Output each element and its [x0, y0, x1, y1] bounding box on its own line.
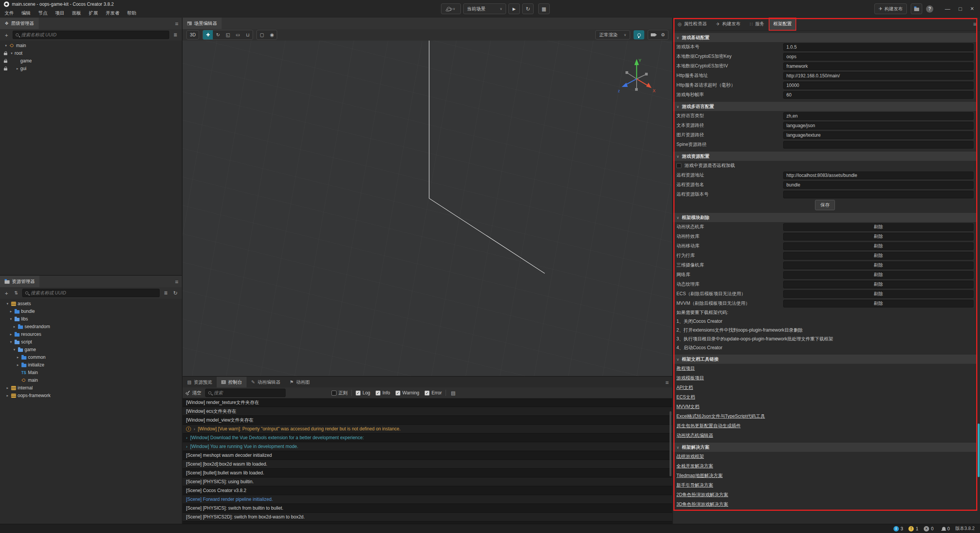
gear-icon[interactable]: ⚙	[658, 30, 668, 39]
menu-item-1[interactable]: 编辑	[18, 10, 34, 16]
field-input[interactable]	[783, 131, 973, 139]
log-row[interactable]: [Scene] [bullet]:bullet wasm lib loaded.	[183, 469, 672, 477]
assets-search-input[interactable]	[31, 290, 157, 296]
menu-item-5[interactable]: 扩展	[85, 10, 102, 16]
scale-tool-icon[interactable]: ◱	[223, 30, 233, 39]
play-button[interactable]: ▶	[508, 3, 520, 14]
inspector-scrollbar[interactable]	[978, 423, 980, 477]
orientation-gizmo[interactable]: Y X z	[616, 56, 658, 98]
doc-link[interactable]: 游戏模板项目	[676, 375, 704, 381]
help-button[interactable]: ?	[926, 5, 933, 13]
transform-tool-icon[interactable]: ⊔	[243, 30, 253, 39]
doc-link[interactable]: 3D角色扮演游戏解决方案	[676, 501, 728, 508]
console-search[interactable]	[205, 389, 286, 397]
save-button[interactable]: 保存	[815, 200, 835, 210]
tree-chevron-icon[interactable]: ▾	[11, 348, 17, 352]
filter-warning-checkbox[interactable]: ✓Warning	[395, 390, 419, 396]
camera-icon[interactable]	[648, 30, 658, 39]
section-header[interactable]: ∨框架文档工具链接	[673, 355, 977, 364]
log-row[interactable]: [Scene] [PHYSICS]: switch from builtin t…	[183, 504, 672, 513]
section-header[interactable]: ∨框架解决方案	[673, 443, 977, 452]
doc-link[interactable]: Excel格式转Json文件与TypeScript代码工具	[676, 413, 765, 420]
doc-link[interactable]: 原生包热更新配置自动生成插件	[676, 423, 741, 429]
scene-select-dropdown[interactable]: 当前场景 ∨	[463, 3, 506, 14]
hierarchy-node[interactable]: ▾main	[0, 42, 182, 49]
remove-module-button[interactable]: 剔除	[783, 290, 973, 298]
hierarchy-node[interactable]: ▸gui	[0, 65, 182, 72]
remove-module-button[interactable]: 剔除	[783, 223, 973, 231]
field-input[interactable]	[783, 62, 973, 70]
field-input[interactable]	[783, 53, 973, 60]
field-input[interactable]	[783, 82, 973, 89]
remove-module-button[interactable]: 剔除	[783, 242, 973, 250]
panel-menu-icon[interactable]: ≡	[665, 379, 669, 386]
log-row[interactable]: [Scene] Cocos Creator v3.8.2	[183, 486, 672, 495]
notification-badge[interactable]: 0	[942, 526, 950, 531]
asset-node[interactable]: ▾assets	[0, 300, 182, 307]
tree-chevron-icon[interactable]: ▸	[15, 355, 21, 359]
doc-link[interactable]: ECS文档	[676, 394, 695, 401]
warning-count-badge[interactable]: ! 1	[908, 526, 918, 531]
tree-chevron-icon[interactable]: ▾	[5, 302, 10, 306]
tree-chevron-icon[interactable]: ▸	[8, 332, 14, 336]
filter-info-checkbox[interactable]: ✓Info	[376, 390, 390, 396]
sort-icon[interactable]: ⇅	[13, 290, 20, 296]
build-publish-button[interactable]: ✈ 构建发布	[874, 3, 907, 14]
hierarchy-node[interactable]: game	[0, 57, 182, 65]
platform-select-button[interactable]: ∨	[441, 3, 461, 14]
remove-module-button[interactable]: 剔除	[783, 271, 973, 279]
log-row[interactable]: [Window] ecs文件夹存在	[183, 407, 672, 416]
console-tab-3[interactable]: ⚑动画图	[285, 377, 314, 387]
error-count-badge[interactable]: × 0	[924, 526, 934, 531]
asset-node[interactable]: ▸internal	[0, 384, 182, 392]
inspector-tab-0[interactable]: ◎属性检查器	[673, 18, 711, 31]
filter-log-checkbox[interactable]: ✓Log	[356, 390, 370, 396]
menu-item-7[interactable]: 帮助	[123, 10, 140, 16]
doc-link[interactable]: 战棋游戏框架	[676, 453, 704, 460]
remove-module-button[interactable]: 剔除	[783, 233, 973, 240]
lighting-toggle-button[interactable]	[634, 30, 644, 39]
tree-chevron-icon[interactable]: ▸	[15, 363, 21, 367]
asset-node[interactable]: main	[0, 376, 182, 384]
asset-node[interactable]: ▾game	[0, 346, 182, 353]
asset-node[interactable]: ▸initialize	[0, 361, 182, 369]
filter-icon[interactable]: ≣	[162, 290, 169, 296]
coordinate-toggle-icon[interactable]: ◉	[267, 30, 277, 39]
field-input[interactable]	[783, 172, 973, 179]
add-node-button[interactable]: +	[3, 32, 10, 38]
asset-node[interactable]: ▸bundle	[0, 307, 182, 315]
section-header[interactable]: ∨游戏多语言配置	[673, 102, 977, 111]
doc-link[interactable]: 动画状态机编辑器	[676, 432, 713, 439]
log-row[interactable]: [Window] model_view文件夹存在	[183, 416, 672, 425]
menu-item-0[interactable]: 文件	[1, 10, 18, 16]
remove-module-button[interactable]: 剔除	[783, 281, 973, 288]
log-row[interactable]: [Scene] [PHYSICS]: using builtin.	[183, 477, 672, 486]
doc-link[interactable]: 新手引导解决方案	[676, 482, 713, 489]
render-mode-dropdown[interactable]: 正常渲染 ∨	[595, 30, 630, 39]
rotate-tool-icon[interactable]: ↻	[213, 30, 223, 39]
doc-link[interactable]: 2D角色扮演游戏解决方案	[676, 492, 728, 498]
tree-chevron-icon[interactable]: ▾	[3, 44, 9, 47]
assets-search[interactable]	[22, 289, 160, 297]
maximize-button[interactable]: □	[956, 6, 964, 12]
menu-item-2[interactable]: 节点	[34, 10, 51, 16]
tab-assets[interactable]: 资源管理器	[0, 276, 39, 287]
tab-scene-editor[interactable]: 场景编辑器	[183, 18, 222, 29]
field-input[interactable]	[783, 181, 973, 189]
expand-chevron-icon[interactable]: ›	[194, 427, 195, 431]
mode-3d-button[interactable]: 3D	[186, 30, 199, 39]
refresh-icon[interactable]: ↻	[172, 290, 179, 296]
filter-error-checkbox[interactable]: ✓Error	[425, 390, 442, 396]
field-input[interactable]	[783, 91, 973, 99]
panel-menu-icon[interactable]: ≡	[175, 20, 178, 27]
pivot-toggle-icon[interactable]: ▢	[257, 30, 267, 39]
field-input[interactable]	[783, 72, 973, 80]
log-file-icon[interactable]: ▤	[450, 390, 457, 396]
asset-node[interactable]: TSMain	[0, 369, 182, 376]
log-row[interactable]: [Scene] [PHYSICS2D]: switch from box2d-w…	[183, 513, 672, 522]
log-row[interactable]: ›[Window] You are running Vue in develop…	[183, 442, 672, 451]
console-search-input[interactable]	[214, 390, 283, 396]
asset-node[interactable]: ▾script	[0, 338, 182, 346]
tree-chevron-icon[interactable]: ▾	[8, 340, 14, 344]
menu-item-6[interactable]: 开发者	[102, 10, 123, 16]
